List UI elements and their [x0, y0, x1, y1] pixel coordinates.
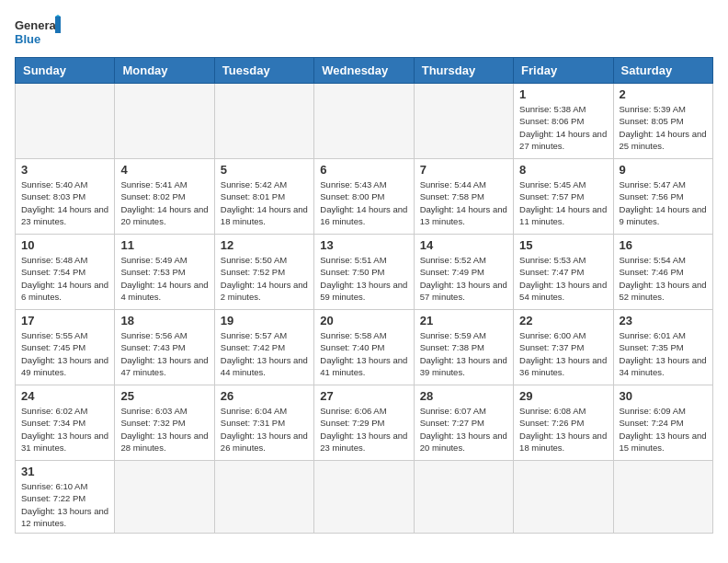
day-info: Sunrise: 5:40 AM Sunset: 8:03 PM Dayligh… [21, 178, 108, 227]
day-info: Sunrise: 6:09 AM Sunset: 7:24 PM Dayligh… [620, 405, 707, 454]
day-info: Sunrise: 6:01 AM Sunset: 7:35 PM Dayligh… [620, 329, 707, 378]
day-number: 8 [519, 163, 607, 177]
day-number: 7 [420, 163, 507, 177]
calendar-cell: 24Sunrise: 6:02 AM Sunset: 7:34 PM Dayli… [16, 385, 115, 461]
day-info: Sunrise: 5:50 AM Sunset: 7:52 PM Dayligh… [221, 254, 308, 303]
calendar-cell: 25Sunrise: 6:03 AM Sunset: 7:32 PM Dayli… [115, 385, 214, 461]
calendar-cell [314, 461, 414, 534]
weekday-header: Sunday [16, 58, 115, 84]
logo: General Blue [15, 15, 61, 50]
day-info: Sunrise: 5:39 AM Sunset: 8:05 PM Dayligh… [620, 103, 707, 152]
day-info: Sunrise: 6:00 AM Sunset: 7:37 PM Dayligh… [519, 329, 607, 378]
calendar-cell: 12Sunrise: 5:50 AM Sunset: 7:52 PM Dayli… [214, 235, 313, 310]
day-number: 21 [420, 314, 507, 327]
page-header: General Blue [15, 15, 713, 50]
weekday-header: Tuesday [214, 58, 313, 84]
day-info: Sunrise: 6:10 AM Sunset: 7:22 PM Dayligh… [21, 480, 108, 529]
day-number: 18 [120, 314, 208, 327]
calendar-cell: 4Sunrise: 5:41 AM Sunset: 8:02 PM Daylig… [115, 159, 214, 235]
day-number: 5 [221, 163, 308, 177]
day-info: Sunrise: 5:38 AM Sunset: 8:06 PM Dayligh… [519, 103, 607, 152]
calendar-cell: 15Sunrise: 5:53 AM Sunset: 7:47 PM Dayli… [514, 235, 613, 310]
weekday-header: Monday [115, 58, 214, 84]
day-info: Sunrise: 5:42 AM Sunset: 8:01 PM Dayligh… [221, 178, 308, 227]
calendar-cell: 27Sunrise: 6:06 AM Sunset: 7:29 PM Dayli… [314, 385, 414, 461]
day-number: 19 [221, 314, 308, 327]
day-number: 23 [620, 314, 707, 327]
calendar-cell: 17Sunrise: 5:55 AM Sunset: 7:45 PM Dayli… [16, 310, 115, 385]
weekday-header: Thursday [414, 58, 513, 84]
calendar-cell: 8Sunrise: 5:45 AM Sunset: 7:57 PM Daylig… [514, 159, 613, 235]
calendar-cell: 7Sunrise: 5:44 AM Sunset: 7:58 PM Daylig… [414, 159, 513, 235]
weekday-header: Saturday [613, 58, 712, 84]
day-info: Sunrise: 5:55 AM Sunset: 7:45 PM Dayligh… [21, 329, 108, 378]
calendar-cell [514, 461, 613, 534]
day-number: 12 [221, 238, 308, 252]
day-number: 20 [320, 314, 407, 327]
svg-text:Blue: Blue [15, 32, 40, 46]
calendar-cell: 28Sunrise: 6:07 AM Sunset: 7:27 PM Dayli… [414, 385, 513, 461]
calendar-cell: 26Sunrise: 6:04 AM Sunset: 7:31 PM Dayli… [214, 385, 313, 461]
day-number: 13 [320, 238, 407, 252]
calendar-cell: 13Sunrise: 5:51 AM Sunset: 7:50 PM Dayli… [314, 235, 414, 310]
calendar-cell [214, 84, 313, 159]
calendar-cell [414, 461, 513, 534]
day-info: Sunrise: 5:56 AM Sunset: 7:43 PM Dayligh… [120, 329, 208, 378]
calendar-cell [214, 461, 313, 534]
day-number: 15 [519, 238, 607, 252]
day-number: 26 [221, 389, 308, 403]
calendar-cell: 19Sunrise: 5:57 AM Sunset: 7:42 PM Dayli… [214, 310, 313, 385]
day-number: 14 [420, 238, 507, 252]
calendar-table: SundayMondayTuesdayWednesdayThursdayFrid… [15, 57, 713, 534]
day-info: Sunrise: 6:04 AM Sunset: 7:31 PM Dayligh… [221, 405, 308, 454]
calendar-cell: 21Sunrise: 5:59 AM Sunset: 7:38 PM Dayli… [414, 310, 513, 385]
day-info: Sunrise: 6:07 AM Sunset: 7:27 PM Dayligh… [420, 405, 507, 454]
calendar-cell: 23Sunrise: 6:01 AM Sunset: 7:35 PM Dayli… [613, 310, 712, 385]
day-info: Sunrise: 5:57 AM Sunset: 7:42 PM Dayligh… [221, 329, 308, 378]
day-number: 3 [21, 163, 108, 177]
day-info: Sunrise: 6:02 AM Sunset: 7:34 PM Dayligh… [21, 405, 108, 454]
day-number: 9 [620, 163, 707, 177]
calendar-cell: 1Sunrise: 5:38 AM Sunset: 8:06 PM Daylig… [514, 84, 613, 159]
day-number: 28 [420, 389, 507, 403]
day-info: Sunrise: 5:47 AM Sunset: 7:56 PM Dayligh… [620, 178, 707, 227]
calendar-cell: 9Sunrise: 5:47 AM Sunset: 7:56 PM Daylig… [613, 159, 712, 235]
calendar-cell [314, 84, 414, 159]
calendar-cell [115, 461, 214, 534]
weekday-header: Friday [514, 58, 613, 84]
day-info: Sunrise: 6:08 AM Sunset: 7:26 PM Dayligh… [519, 405, 607, 454]
day-number: 30 [620, 389, 707, 403]
day-number: 17 [21, 314, 108, 327]
calendar-cell: 16Sunrise: 5:54 AM Sunset: 7:46 PM Dayli… [613, 235, 712, 310]
day-info: Sunrise: 5:43 AM Sunset: 8:00 PM Dayligh… [320, 178, 407, 227]
calendar-cell [414, 84, 513, 159]
svg-marker-2 [55, 17, 61, 33]
calendar-cell: 3Sunrise: 5:40 AM Sunset: 8:03 PM Daylig… [16, 159, 115, 235]
day-number: 31 [21, 465, 108, 478]
day-info: Sunrise: 6:03 AM Sunset: 7:32 PM Dayligh… [120, 405, 208, 454]
day-number: 2 [620, 87, 707, 101]
day-number: 24 [21, 389, 108, 403]
day-info: Sunrise: 5:58 AM Sunset: 7:40 PM Dayligh… [320, 329, 407, 378]
day-number: 22 [519, 314, 607, 327]
calendar-cell: 30Sunrise: 6:09 AM Sunset: 7:24 PM Dayli… [613, 385, 712, 461]
day-info: Sunrise: 5:49 AM Sunset: 7:53 PM Dayligh… [120, 254, 208, 303]
calendar-cell: 14Sunrise: 5:52 AM Sunset: 7:49 PM Dayli… [414, 235, 513, 310]
day-number: 1 [519, 87, 607, 101]
calendar-cell: 10Sunrise: 5:48 AM Sunset: 7:54 PM Dayli… [16, 235, 115, 310]
calendar-cell [16, 84, 115, 159]
svg-marker-3 [55, 15, 61, 17]
day-number: 25 [120, 389, 208, 403]
calendar-cell: 5Sunrise: 5:42 AM Sunset: 8:01 PM Daylig… [214, 159, 313, 235]
day-number: 4 [120, 163, 208, 177]
calendar-cell [613, 461, 712, 534]
day-number: 29 [519, 389, 607, 403]
calendar-cell: 11Sunrise: 5:49 AM Sunset: 7:53 PM Dayli… [115, 235, 214, 310]
calendar-cell: 22Sunrise: 6:00 AM Sunset: 7:37 PM Dayli… [514, 310, 613, 385]
svg-text:General: General [15, 18, 59, 32]
day-number: 6 [320, 163, 407, 177]
day-number: 10 [21, 238, 108, 252]
logo-svg: General Blue [15, 15, 61, 50]
calendar-cell: 2Sunrise: 5:39 AM Sunset: 8:05 PM Daylig… [613, 84, 712, 159]
day-number: 11 [120, 238, 208, 252]
